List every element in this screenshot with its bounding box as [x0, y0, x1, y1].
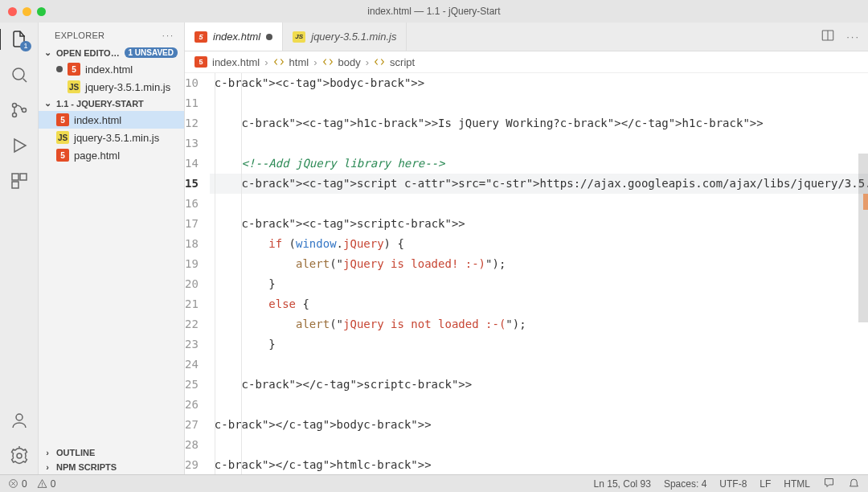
overview-ruler-marker: [863, 194, 868, 210]
svg-point-3: [22, 109, 26, 113]
code-line[interactable]: }: [210, 334, 868, 355]
code-line[interactable]: [210, 355, 868, 375]
code-line[interactable]: else {: [210, 294, 868, 314]
sidebar-title: EXPLORER: [55, 31, 104, 40]
open-editor-item[interactable]: JS jquery-3.5.1.min.js: [39, 78, 184, 96]
code-line[interactable]: [210, 435, 868, 455]
crumb[interactable]: script: [390, 56, 415, 68]
language-mode[interactable]: HTML: [784, 478, 810, 490]
svg-point-0: [13, 68, 24, 80]
svg-point-7: [16, 414, 23, 420]
window-title: index.html — 1.1 - jQuery-Start: [0, 6, 868, 17]
code-line[interactable]: c-brack"></c-tag">bodyc-brack">>: [210, 415, 868, 435]
code-line[interactable]: alert("jQuery is not loaded :-(");: [210, 314, 868, 334]
scrollbar-thumb[interactable]: [858, 154, 868, 322]
tab-index-html[interactable]: 5 index.html: [185, 23, 283, 51]
sidebar-more-icon[interactable]: ···: [162, 31, 174, 40]
open-editors-section[interactable]: ⌄ OPEN EDITO… 1 UNSAVED: [39, 45, 184, 60]
chevron-down-icon: ⌄: [42, 47, 53, 58]
maximize-window-icon[interactable]: [37, 7, 46, 16]
modified-dot-icon: [56, 66, 63, 72]
crumb[interactable]: html: [289, 56, 309, 68]
line-number-gutter: 1011121314151617181920212223242526272829: [185, 73, 210, 474]
code-line[interactable]: c-brack"><c-tag">bodyc-brack">>: [210, 73, 868, 93]
tag-icon: [273, 56, 285, 68]
file-item[interactable]: 5 page.html: [39, 146, 184, 164]
code-line[interactable]: [210, 194, 868, 214]
dirty-dot-icon: [266, 34, 272, 40]
crumb[interactable]: index.html: [212, 56, 260, 68]
sidebar: EXPLORER ··· ⌄ OPEN EDITO… 1 UNSAVED 5 i…: [39, 23, 185, 474]
eol[interactable]: LF: [760, 478, 771, 490]
problems-warnings[interactable]: 0: [37, 478, 56, 490]
svg-point-2: [12, 113, 16, 117]
svg-rect-5: [20, 174, 27, 180]
html-file-icon: 5: [68, 63, 80, 76]
html-file-icon: 5: [56, 149, 69, 162]
code-line[interactable]: c-brack"></c-tag">htmlc-brack">>: [210, 455, 868, 474]
file-name: jquery-3.5.1.min.js: [74, 132, 159, 144]
chevron-right-icon: ›: [313, 56, 317, 68]
outline-section[interactable]: › OUTLINE: [39, 445, 184, 460]
explorer-icon[interactable]: 1: [9, 29, 30, 50]
code-line[interactable]: [210, 93, 868, 113]
editor-area: 5 index.html JS jquery-3.5.1.min.js ··· …: [185, 23, 868, 474]
accounts-icon[interactable]: [9, 410, 30, 431]
code-line[interactable]: alert("jQuery is loaded! :-)");: [210, 254, 868, 274]
editor-tabs: 5 index.html JS jquery-3.5.1.min.js ···: [185, 23, 868, 51]
indentation[interactable]: Spaces: 4: [664, 478, 706, 490]
feedback-icon[interactable]: [823, 477, 835, 491]
error-count: 0: [22, 478, 27, 490]
open-editor-item[interactable]: 5 index.html: [39, 60, 184, 78]
file-item[interactable]: 5 index.html: [39, 111, 184, 129]
chevron-right-icon: ›: [42, 448, 53, 457]
settings-gear-icon[interactable]: [9, 445, 30, 466]
unsaved-badge: 1 UNSAVED: [125, 47, 178, 58]
file-item[interactable]: JS jquery-3.5.1.min.js: [39, 129, 184, 146]
code-line[interactable]: c-brack"><c-tag">scriptc-brack">>: [210, 214, 868, 234]
html-file-icon: 5: [194, 31, 207, 43]
window-controls: [8, 7, 46, 16]
code-line[interactable]: if (window.jQuery) {: [210, 234, 868, 254]
source-control-icon[interactable]: [9, 100, 30, 121]
npm-scripts-section[interactable]: › NPM SCRIPTS: [39, 460, 184, 474]
code-line[interactable]: }: [210, 274, 868, 294]
crumb[interactable]: body: [338, 56, 361, 68]
code-line[interactable]: [210, 395, 868, 415]
code-content[interactable]: c-brack"><c-tag">bodyc-brack">> c-brack"…: [210, 73, 868, 474]
tag-icon: [322, 56, 334, 68]
code-editor[interactable]: 1011121314151617181920212223242526272829…: [185, 73, 868, 474]
close-window-icon[interactable]: [8, 7, 17, 16]
code-line[interactable]: c-brack"><c-tag">script c-attr">src="c-s…: [210, 174, 868, 194]
html-file-icon: 5: [56, 113, 69, 126]
problems-errors[interactable]: 0: [8, 478, 27, 490]
encoding[interactable]: UTF-8: [719, 478, 747, 490]
file-name: index.html: [85, 64, 133, 76]
extensions-icon[interactable]: [9, 170, 30, 191]
folder-section[interactable]: ⌄ 1.1 - JQUERY-START: [39, 96, 184, 111]
notification-bell-icon[interactable]: [848, 477, 860, 491]
code-line[interactable]: c-brack"><c-tag">h1c-brack">>Is jQuery W…: [210, 113, 868, 133]
code-line[interactable]: c-brack"></c-tag">scriptc-brack">>: [210, 375, 868, 395]
svg-point-1: [12, 104, 16, 108]
js-file-icon: JS: [56, 131, 69, 144]
minimize-window-icon[interactable]: [23, 7, 31, 16]
explorer-badge: 1: [20, 41, 31, 51]
folder-label: 1.1 - JQUERY-START: [56, 99, 144, 109]
chevron-right-icon: ›: [42, 462, 53, 472]
search-icon[interactable]: [9, 64, 30, 85]
tab-label: jquery-3.5.1.min.js: [311, 31, 396, 43]
tab-jquery-min-js[interactable]: JS jquery-3.5.1.min.js: [283, 23, 407, 51]
more-actions-icon[interactable]: ···: [846, 31, 860, 43]
html-file-icon: 5: [194, 56, 207, 68]
chevron-right-icon: ›: [366, 56, 369, 68]
run-debug-icon[interactable]: [9, 135, 30, 156]
breadcrumbs[interactable]: 5 index.html › html › body › script: [185, 51, 868, 73]
split-editor-icon[interactable]: [821, 28, 835, 45]
code-line[interactable]: [210, 133, 868, 154]
code-line[interactable]: <!--Add jQuery library here-->: [210, 154, 868, 174]
svg-rect-4: [12, 174, 18, 180]
tag-icon: [374, 56, 385, 68]
status-bar: 0 0 Ln 15, Col 93 Spaces: 4 UTF-8 LF HTM…: [0, 474, 868, 492]
cursor-position[interactable]: Ln 15, Col 93: [594, 478, 651, 490]
